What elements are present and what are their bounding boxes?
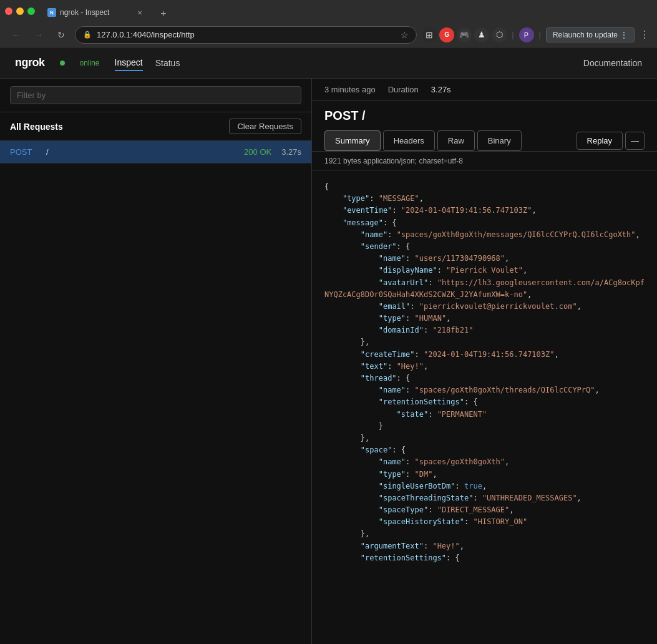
- profile-icon[interactable]: P: [519, 27, 534, 42]
- new-tab-button[interactable]: +: [155, 5, 172, 22]
- tab-raw[interactable]: Raw: [437, 130, 475, 151]
- requests-panel: All Requests Clear Requests POST / 200 O…: [0, 79, 312, 644]
- documentation-link[interactable]: Documentation: [583, 58, 642, 68]
- url-text: 127.0.0.1:4040/inspect/http: [97, 30, 396, 39]
- browser-menu-button[interactable]: ⋮: [640, 29, 650, 41]
- header-right: Documentation: [583, 58, 642, 68]
- ngrok-logo: ngrok: [15, 56, 45, 69]
- table-row[interactable]: POST / 200 OK 3.27s: [0, 141, 311, 163]
- extension-icon-5[interactable]: ⬡: [492, 27, 507, 42]
- request-list: POST / 200 OK 3.27s: [0, 141, 311, 644]
- requests-title: All Requests: [10, 122, 63, 132]
- tab-summary[interactable]: Summary: [324, 130, 381, 151]
- request-metadata: 3 minutes ago Duration 3.27s: [312, 79, 657, 101]
- tab-title: ngrok - Inspect: [60, 8, 109, 17]
- reload-button[interactable]: ↻: [52, 26, 70, 44]
- request-status: 200 OK: [244, 147, 271, 157]
- request-duration: 3.27s: [281, 147, 301, 157]
- url-bar[interactable]: 🔒 127.0.0.1:4040/inspect/http ☆: [75, 26, 417, 44]
- lock-icon: 🔒: [83, 31, 92, 39]
- json-content: { "type": "MESSAGE", "eventTime": "2024-…: [324, 181, 645, 564]
- tab-favicon: N: [47, 8, 56, 17]
- address-bar: ← → ↻ 🔒 127.0.0.1:4040/inspect/http ☆ ⊞ …: [0, 22, 657, 47]
- main-nav: Inspect Status: [115, 55, 180, 71]
- tab-headers[interactable]: Headers: [383, 130, 435, 151]
- filter-bar: [0, 79, 311, 112]
- replay-button[interactable]: Replay: [577, 132, 623, 150]
- nav-inspect[interactable]: Inspect: [115, 55, 143, 71]
- online-indicator: [60, 61, 65, 66]
- json-viewer[interactable]: { "type": "MESSAGE", "eventTime": "2024-…: [312, 171, 657, 644]
- request-detail-title: POST /: [312, 101, 657, 130]
- relaunch-label: Relaunch to update: [553, 31, 618, 39]
- browser-tab[interactable]: N ngrok - Inspect ✕: [40, 2, 152, 22]
- duration-value: 3.27s: [431, 85, 451, 94]
- request-method: POST: [10, 147, 41, 157]
- content-info: 1921 bytes application/json; charset=utf…: [312, 152, 657, 171]
- clear-requests-button[interactable]: Clear Requests: [229, 119, 301, 134]
- relaunch-button[interactable]: Relaunch to update ⋮: [546, 27, 635, 42]
- online-status: online: [80, 59, 100, 67]
- back-button[interactable]: ←: [7, 26, 25, 44]
- tab-binary[interactable]: Binary: [477, 130, 522, 151]
- relaunch-menu-icon: ⋮: [620, 31, 628, 39]
- request-path: /: [46, 147, 239, 157]
- tab-close-button[interactable]: ✕: [135, 7, 145, 17]
- window-close-button[interactable]: [5, 7, 12, 15]
- duration-label: Duration: [388, 85, 419, 94]
- requests-header: All Requests Clear Requests: [0, 112, 311, 141]
- bookmark-icon[interactable]: ☆: [401, 30, 409, 40]
- detail-panel: 3 minutes ago Duration 3.27s POST / Summ…: [312, 79, 657, 644]
- request-time-ago: 3 minutes ago: [324, 85, 376, 94]
- extension-icon-1[interactable]: ⊞: [422, 27, 437, 42]
- extension-icon-3[interactable]: 🎮: [457, 27, 472, 42]
- more-options-button[interactable]: —: [625, 132, 645, 150]
- nav-status[interactable]: Status: [155, 56, 180, 71]
- extension-icon-4[interactable]: ♟: [474, 27, 489, 42]
- window-minimize-button[interactable]: [16, 7, 24, 15]
- app-header: ngrok online Inspect Status Documentatio…: [0, 47, 657, 79]
- forward-button[interactable]: →: [30, 26, 47, 44]
- extension-icon-2[interactable]: G: [439, 27, 454, 42]
- filter-input[interactable]: [10, 86, 301, 104]
- tabs-row: Summary Headers Raw Binary Replay —: [312, 130, 657, 152]
- window-maximize-button[interactable]: [27, 7, 35, 15]
